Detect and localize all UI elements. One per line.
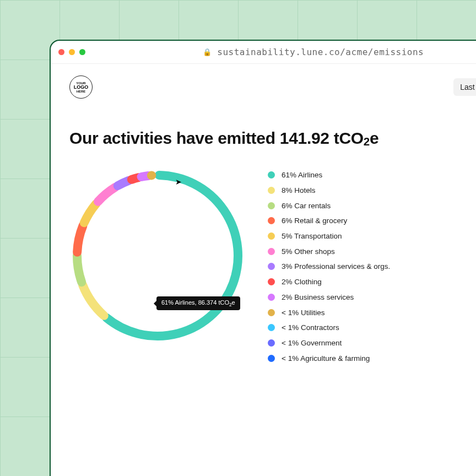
date-range-label: Last 12 months	[460, 83, 476, 91]
company-logo: YOUR LOGO HERE	[69, 75, 93, 99]
legend-label: 2% Clothing	[282, 278, 322, 286]
donut-chart[interactable]: ➤ 61% Airlines, 86.374 tCO2e	[69, 167, 246, 344]
legend-label: 2% Business services	[282, 293, 354, 301]
legend-label: 8% Hotels	[282, 186, 316, 194]
legend-swatch	[268, 202, 275, 209]
legend-row[interactable]: 5% Other shops6.65 tCO2	[268, 244, 476, 259]
legend-swatch	[268, 355, 275, 362]
donut-segment[interactable]	[77, 255, 82, 282]
donut-segment[interactable]	[118, 181, 129, 186]
legend-label: 5% Other shops	[282, 247, 335, 256]
page-topbar: YOUR LOGO HERE Last 12 months ▾	[69, 72, 476, 102]
legend-row[interactable]: 6% Retail & grocery8.01 tCO2	[268, 213, 476, 229]
donut-segment[interactable]	[106, 175, 238, 336]
donut-segment[interactable]	[77, 225, 83, 252]
page-title: Our activities have emitted 141.92 tCO2e	[69, 129, 476, 148]
legend-swatch	[268, 171, 275, 178]
legend-row[interactable]: 6% Car rentals8.7 tCO2	[268, 198, 476, 213]
legend-row[interactable]: 61% Airlines86.37 tCO2	[268, 167, 476, 183]
legend-row[interactable]: < 1% Utilities0.92 tCO2	[268, 305, 476, 320]
legend-row[interactable]: 8% Hotels10.92 tCO2	[268, 183, 476, 198]
window-zoom-dot[interactable]	[79, 49, 85, 55]
legend-row[interactable]: < 1% Contractors0.73 tCO2	[268, 320, 476, 336]
browser-titlebar: 🔒 sustainability.lune.co/acme/emissions	[51, 41, 476, 64]
emissions-breakdown: ➤ 61% Airlines, 86.374 tCO2e 61% Airline…	[69, 167, 476, 366]
donut-svg	[69, 167, 246, 344]
window-minimize-dot[interactable]	[69, 49, 75, 55]
legend-swatch	[268, 187, 275, 194]
url-text: sustainability.lune.co/acme/emissions	[217, 47, 424, 57]
window-close-dot[interactable]	[58, 49, 64, 55]
page-content: YOUR LOGO HERE Last 12 months ▾ Our acti…	[51, 64, 476, 476]
donut-segment[interactable]	[84, 204, 96, 223]
donut-segment[interactable]	[98, 187, 115, 202]
legend-row[interactable]: < 1% Government0.36 tCO2	[268, 336, 476, 351]
legend-label: < 1% Agriculture & farming	[282, 354, 370, 363]
legend-swatch	[268, 217, 275, 224]
legend-label: < 1% Contractors	[282, 323, 339, 332]
legend-row[interactable]: 2% Clothing3.46 tCO2	[268, 274, 476, 290]
legend-label: 61% Airlines	[282, 171, 322, 179]
lock-icon: 🔒	[203, 48, 212, 56]
legend-swatch	[268, 339, 275, 347]
legend-row[interactable]: 3% Professional services & orgs.4.74 tCO…	[268, 259, 476, 274]
address-bar[interactable]: 🔒 sustainability.lune.co/acme/emissions	[90, 47, 476, 57]
legend-label: 3% Professional services & orgs.	[282, 262, 390, 271]
legend-row[interactable]: 5% Transportation7.56 tCO2	[268, 229, 476, 244]
legend-label: 6% Retail & grocery	[282, 217, 347, 225]
legend-swatch	[268, 263, 275, 270]
donut-segment[interactable]	[83, 285, 104, 315]
legend-swatch	[268, 278, 275, 285]
legend-row[interactable]: < 1% Agriculture & farming0.12 tCO2	[268, 350, 476, 366]
legend-swatch	[268, 324, 275, 331]
legend-swatch	[268, 232, 275, 240]
browser-window: 🔒 sustainability.lune.co/acme/emissions …	[50, 40, 476, 476]
chart-tooltip: 61% Airlines, 86.374 tCO2e	[156, 296, 240, 310]
date-range-selector[interactable]: Last 12 months ▾	[453, 78, 476, 96]
chart-legend: 61% Airlines86.37 tCO28% Hotels10.92 tCO…	[268, 167, 476, 366]
legend-swatch	[268, 248, 275, 255]
page-background: 🔒 sustainability.lune.co/acme/emissions …	[0, 0, 476, 476]
legend-label: < 1% Utilities	[282, 309, 324, 317]
legend-label: 5% Transportation	[282, 232, 342, 240]
legend-label: < 1% Government	[282, 339, 342, 347]
legend-row[interactable]: 2% Business services3.37 tCO2	[268, 290, 476, 305]
legend-label: 6% Car rentals	[282, 202, 331, 210]
legend-swatch	[268, 309, 275, 316]
legend-swatch	[268, 294, 275, 301]
